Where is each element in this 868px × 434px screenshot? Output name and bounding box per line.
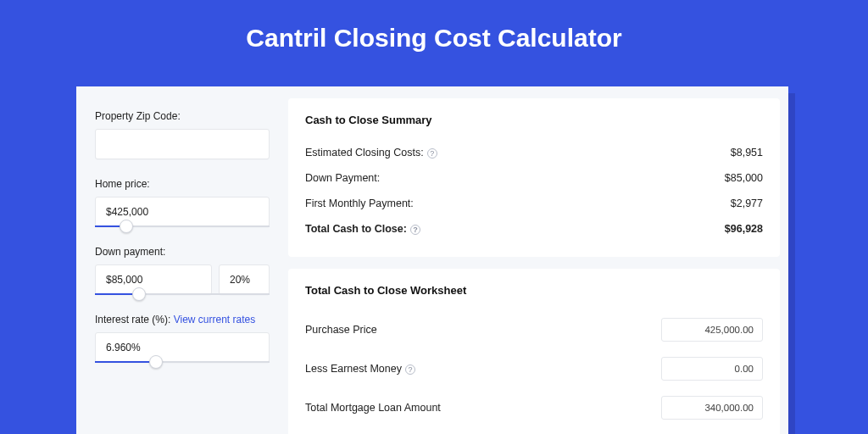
summary-row-value: $2,977 (731, 198, 763, 209)
down-payment-slider[interactable] (95, 293, 270, 295)
zip-field: Property Zip Code: (95, 110, 270, 159)
home-price-label: Home price: (95, 178, 270, 190)
interest-rate-label: Interest rate (%): View current rates (95, 314, 270, 326)
interest-rate-label-text: Interest rate (%): (95, 314, 174, 326)
help-icon[interactable]: ? (410, 225, 420, 235)
summary-row-label: Total Cash to Close:? (305, 223, 420, 235)
help-icon[interactable]: ? (405, 364, 415, 375)
home-price-slider[interactable] (95, 225, 270, 227)
page-title: Cantril Closing Cost Calculator (0, 0, 868, 76)
worksheet-row: Total Second Mortgage Amount? (305, 427, 763, 434)
worksheet-row: Purchase Price (305, 310, 763, 349)
worksheet-card: Total Cash to Close Worksheet Purchase P… (288, 269, 780, 434)
view-rates-link[interactable]: View current rates (174, 314, 256, 326)
summary-row: Total Cash to Close:?$96,928 (305, 216, 763, 242)
worksheet-row-label: Less Earnest Money? (305, 363, 415, 375)
zip-label: Property Zip Code: (95, 110, 270, 122)
worksheet-row-label: Total Mortgage Loan Amount (305, 402, 441, 414)
summary-row: Down Payment:$85,000 (305, 165, 763, 191)
summary-row: Estimated Closing Costs:?$8,951 (305, 140, 763, 165)
worksheet-row-input[interactable] (661, 318, 763, 342)
summary-row-label: First Monthly Payment: (305, 198, 414, 209)
home-price-field: Home price: (95, 178, 270, 227)
worksheet-row-input[interactable] (661, 357, 763, 381)
main-content: Cash to Close Summary Estimated Closing … (288, 86, 788, 434)
summary-row: First Monthly Payment:$2,977 (305, 191, 763, 216)
summary-row-value: $96,928 (725, 223, 763, 235)
zip-input[interactable] (95, 129, 270, 159)
worksheet-row: Total Mortgage Loan Amount (305, 388, 763, 427)
summary-card: Cash to Close Summary Estimated Closing … (288, 98, 780, 257)
down-payment-field: Down payment: (95, 246, 270, 295)
summary-row-value: $8,951 (731, 147, 763, 159)
interest-rate-slider[interactable] (95, 361, 270, 363)
summary-heading: Cash to Close Summary (305, 114, 763, 126)
calculator-panel: Property Zip Code: Home price: Down paym… (76, 86, 788, 434)
sidebar: Property Zip Code: Home price: Down paym… (76, 86, 288, 434)
down-payment-label: Down payment: (95, 246, 270, 258)
down-payment-pct-input[interactable] (219, 264, 270, 295)
interest-rate-field: Interest rate (%): View current rates (95, 314, 270, 363)
interest-rate-input[interactable] (95, 332, 270, 363)
down-payment-input[interactable] (95, 264, 212, 295)
summary-row-value: $85,000 (725, 172, 763, 184)
summary-row-label: Estimated Closing Costs:? (305, 147, 437, 159)
help-icon[interactable]: ? (427, 148, 437, 159)
worksheet-row-label: Purchase Price (305, 324, 377, 336)
worksheet-heading: Total Cash to Close Worksheet (305, 284, 763, 297)
summary-row-label: Down Payment: (305, 172, 380, 184)
worksheet-row: Less Earnest Money? (305, 349, 763, 388)
worksheet-row-input[interactable] (661, 396, 763, 420)
